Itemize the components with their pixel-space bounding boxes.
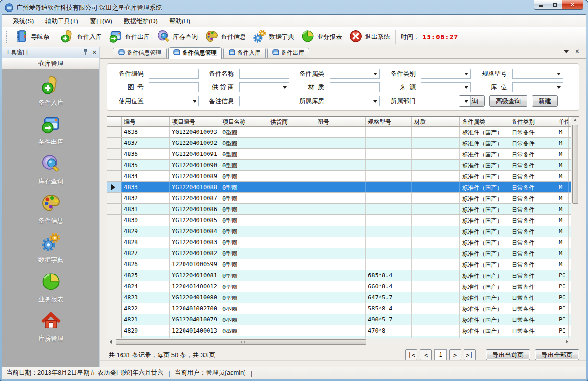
toolbar-button-0[interactable]: 导航条	[11, 28, 53, 47]
export-current-page-button[interactable]: 导出当前页	[486, 349, 530, 360]
row-selector-cell[interactable]	[107, 336, 122, 338]
toolbar-button-3[interactable]: 库存查询	[153, 28, 201, 47]
table-row[interactable]: 4825YG122040100810型圈685*8.4标准件（国产）日常备件PC	[107, 270, 571, 281]
row-selector-cell[interactable]	[107, 325, 122, 336]
toolbar-button-2[interactable]: 备件出库	[105, 28, 153, 47]
row-selector-cell[interactable]	[107, 193, 122, 203]
page-number-input[interactable]: 1	[434, 349, 447, 360]
table-row[interactable]: 4832YG122040100870型圈标准件（国产）日常备件M	[107, 193, 571, 204]
row-selector-cell[interactable]	[107, 314, 122, 325]
row-selector-cell[interactable]	[107, 204, 122, 214]
dock-item-5[interactable]: 业务报表	[38, 272, 63, 304]
table-row[interactable]: 482612204010005990型圈标准件（国产）日常备件M	[107, 259, 571, 270]
form-combo-1-3[interactable]	[421, 82, 471, 92]
toolbar-grip[interactable]	[6, 31, 9, 43]
row-selector-cell[interactable]	[107, 303, 122, 314]
column-header-4[interactable]: 供货商	[268, 117, 315, 126]
first-page-button[interactable]: |<	[405, 349, 417, 360]
pin-icon[interactable]	[83, 49, 88, 56]
menu-item-0[interactable]: 系统(S)	[7, 15, 39, 27]
column-header-2[interactable]: 项目编号	[170, 117, 220, 126]
tab-2[interactable]: 备件入库	[223, 48, 266, 58]
horizontal-scrollbar-thumb[interactable]	[116, 339, 366, 345]
form-combo-0-3[interactable]	[421, 69, 471, 79]
dock-item-0[interactable]: 备件入库	[38, 75, 63, 107]
tab-1[interactable]: 备件信息管理	[168, 47, 222, 59]
menu-item-2[interactable]: 窗口(W)	[84, 15, 118, 27]
form-combo-1-4[interactable]	[512, 82, 563, 92]
dock-item-6[interactable]: 库房管理	[38, 311, 63, 343]
tab-3[interactable]: 备件出库	[267, 48, 309, 58]
form-input-0-1[interactable]	[239, 69, 289, 79]
row-selector-cell[interactable]	[107, 259, 122, 270]
table-row[interactable]: 4830YG122040100850型圈标准件（国产）日常备件M	[107, 215, 571, 226]
column-header-0[interactable]	[107, 117, 122, 126]
column-header-3[interactable]: 项目名称	[220, 117, 268, 126]
minimize-button[interactable]	[534, 0, 548, 10]
table-row[interactable]: 482212204010027000型圈585*8.4标准件（国产）日常备件PC	[107, 303, 571, 314]
row-selector-cell[interactable]	[107, 281, 122, 292]
row-selector-cell[interactable]	[107, 248, 122, 259]
table-row[interactable]: 4833YG122040100880型圈标准件（国产）日常备件M	[107, 182, 571, 193]
form-combo-2-3[interactable]	[421, 96, 471, 106]
column-header-5[interactable]: 图号	[315, 117, 366, 126]
last-page-button[interactable]: >|	[464, 349, 476, 360]
next-page-button[interactable]: >	[449, 349, 461, 360]
table-row[interactable]: 482012204014000130型圈470*8标准件（国产）日常备件PC	[107, 325, 571, 336]
table-row[interactable]: 4823YG122040100800型圈647*5.7标准件（国产）日常备件PC	[107, 292, 571, 303]
form-input-0-0[interactable]	[149, 69, 199, 79]
table-row[interactable]: 4827YG122040100820型圈标准件（国产）日常备件M	[107, 248, 571, 259]
table-row[interactable]: 482412204014000120型圈660*8.4标准件（国产）日常备件PC	[107, 281, 571, 292]
form-combo-2-0[interactable]	[149, 96, 199, 106]
table-row[interactable]: 4837YG122040100920型圈标准件（国产）日常备件M	[107, 138, 571, 149]
tab-close-icon[interactable]: ✕	[575, 49, 580, 54]
form-input-2-1[interactable]	[239, 96, 289, 106]
row-selector-cell[interactable]	[107, 226, 122, 237]
table-row[interactable]: 4834YG122040100890型圈标准件（国产）日常备件M	[107, 171, 571, 182]
table-row[interactable]: 4821YG122040100790型圈490*5.7标准件（国产）日常备件PC	[107, 314, 571, 325]
row-selector-cell[interactable]	[107, 292, 122, 303]
table-row[interactable]: 4828YG122040100830型圈标准件（国产）日常备件M	[107, 237, 571, 248]
dock-item-4[interactable]: 数据字典	[38, 232, 63, 264]
row-selector-cell[interactable]	[107, 171, 122, 181]
tab-list-dropdown-icon[interactable]	[564, 50, 569, 53]
vertical-scrollbar[interactable]	[571, 117, 579, 345]
new-button[interactable]: 新建	[532, 95, 558, 107]
row-selector-cell[interactable]	[107, 215, 122, 226]
column-header-8[interactable]: 备件属类	[460, 117, 509, 126]
column-header-1[interactable]: 编号	[122, 117, 170, 126]
close-button[interactable]: ✕	[562, 0, 583, 10]
table-row[interactable]: 4836YG122040100910型圈标准件（国产）日常备件M	[107, 149, 571, 160]
form-combo-0-2[interactable]	[330, 69, 380, 79]
scroll-left-icon[interactable]	[107, 338, 114, 345]
toolbar-button-5[interactable]: 数据字典	[249, 28, 297, 47]
tab-0[interactable]: 备件信息管理	[113, 48, 167, 58]
prev-page-button[interactable]: <	[420, 349, 432, 360]
column-header-10[interactable]: 单位	[556, 117, 569, 126]
column-header-7[interactable]: 材质	[412, 117, 460, 126]
dock-item-2[interactable]: 库存查询	[38, 154, 63, 186]
toolbar-button-6[interactable]: 业务报表	[297, 28, 345, 47]
row-selector-cell[interactable]	[107, 160, 122, 170]
table-row[interactable]: 4835YG122040100900型圈标准件（国产）日常备件M	[107, 160, 571, 171]
menu-item-4[interactable]: 帮助(H)	[163, 15, 196, 27]
row-selector-cell[interactable]	[107, 270, 122, 281]
toolbar-button-4[interactable]: 备件信息	[201, 28, 249, 47]
column-header-6[interactable]: 规格型号	[366, 117, 412, 126]
menu-item-3[interactable]: 数据维护(D)	[118, 15, 163, 27]
row-selector-cell[interactable]	[107, 237, 122, 248]
row-selector-cell[interactable]	[107, 182, 122, 192]
form-combo-0-4[interactable]	[512, 69, 563, 79]
dock-item-1[interactable]: 备件出库	[38, 114, 63, 146]
tool-window-close-icon[interactable]: ✕	[92, 49, 97, 56]
column-header-9[interactable]: 备件类别	[509, 117, 556, 126]
dock-item-3[interactable]: 备件信息	[38, 193, 63, 225]
form-input-1-0[interactable]	[149, 82, 199, 92]
table-row[interactable]: 4831YG122040100860型圈标准件（国产）日常备件M	[107, 204, 571, 215]
scroll-up-icon[interactable]	[572, 117, 579, 124]
form-combo-2-2[interactable]	[330, 96, 380, 106]
maximize-button[interactable]	[548, 0, 562, 10]
advanced-search-button[interactable]: 高级查询	[489, 95, 527, 107]
table-row[interactable]: 4838YG122040100930型圈标准件（国产）日常备件M	[107, 127, 571, 138]
export-all-pages-button[interactable]: 导出全部页	[535, 349, 579, 360]
